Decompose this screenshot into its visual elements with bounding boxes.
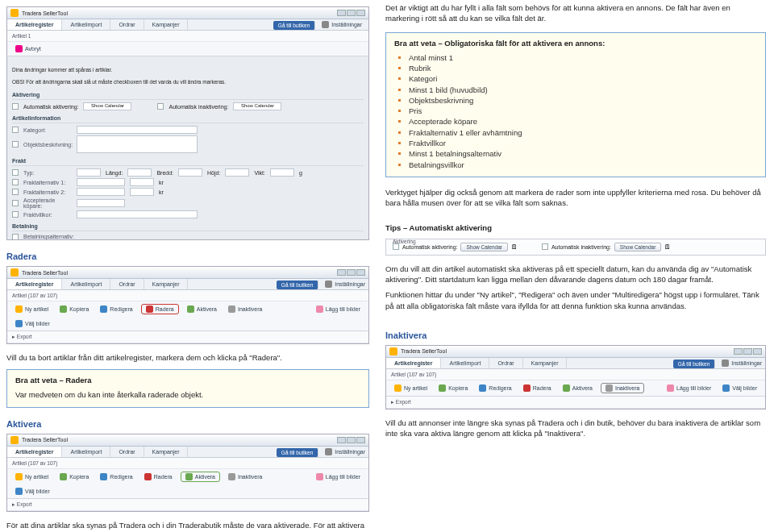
settings-link[interactable]: Inställningar [322, 279, 368, 289]
go-to-shop-button[interactable]: Gå till butiken [673, 360, 715, 368]
tab-ordrar[interactable]: Ordrar [110, 19, 144, 30]
tab-kampanjer[interactable]: Kampanjer [144, 279, 189, 289]
input-vikt[interactable] [270, 168, 294, 177]
tips-title: Tips – Automatiskt aktivering [385, 223, 492, 232]
edit-button[interactable]: Redigera [476, 384, 514, 393]
select-images-button[interactable]: Välj bilder [12, 487, 53, 496]
input-fraktvillkor[interactable] [77, 210, 198, 218]
list-item: Fraktvillkor [409, 138, 757, 148]
checkbox[interactable] [12, 189, 19, 195]
copy-button[interactable]: Kopiera [56, 305, 92, 314]
checkbox[interactable] [12, 200, 19, 206]
input-typ[interactable] [77, 168, 101, 177]
app-logo [10, 9, 19, 17]
x-icon [144, 473, 152, 480]
input-alt1-price[interactable] [130, 178, 154, 186]
show-calendar-button[interactable]: Show Calendar [460, 243, 507, 251]
edit-button[interactable]: Redigera [97, 305, 135, 314]
tab-artikelregister[interactable]: Artikelregister [386, 358, 441, 368]
tab-ordrar[interactable]: Ordrar [489, 358, 522, 368]
back-button[interactable]: Avbryt [12, 44, 44, 53]
app-logo [10, 436, 19, 444]
deactivate-button[interactable]: Inaktivera [225, 472, 265, 481]
copy-button[interactable]: Kopiera [435, 384, 471, 393]
copy-button[interactable]: Kopiera [56, 472, 92, 481]
link-icon [722, 384, 730, 392]
checkbox[interactable] [12, 141, 19, 148]
checkbox-auto-deactivate[interactable] [542, 243, 548, 250]
edit-note-1: Dina ändringar kommer att spåras i artik… [12, 66, 364, 73]
delete-button[interactable]: Radera [141, 472, 176, 481]
input-alt1[interactable] [77, 178, 125, 186]
add-images-button[interactable]: Lägg till bilder [313, 305, 364, 314]
label-fraktvillkor: Fraktvillkor: [23, 212, 72, 218]
tab-artikelimport[interactable]: Artikelimport [62, 447, 110, 457]
input-bredd[interactable] [178, 168, 202, 177]
deactivate-button[interactable]: Inaktivera [601, 383, 644, 393]
screenshot-inaktivera: Tradera SellerTool Artikelregister Artik… [385, 345, 766, 409]
show-calendar-button[interactable]: Show Calendar [614, 243, 661, 251]
checkbox[interactable] [12, 179, 19, 185]
checkbox-auto-activate[interactable] [393, 243, 399, 250]
add-images-button[interactable]: Lägg till bilder [313, 472, 364, 481]
window-min-icon [337, 269, 346, 276]
aktivera-body: För att dina artiklar ska synas på Trade… [6, 520, 369, 532]
label-auto-deactivate: Automatisk inaktivering: [551, 244, 611, 250]
go-to-shop-button[interactable]: Gå till butiken [277, 448, 318, 457]
settings-link[interactable]: Inställningar [718, 358, 765, 368]
checkbox[interactable] [157, 103, 164, 110]
list-item: Fraktalternativ 1 eller avhämtning [409, 127, 757, 138]
tab-kampanjer[interactable]: Kampanjer [144, 447, 189, 457]
checkbox[interactable] [12, 127, 19, 133]
settings-link[interactable]: Inställningar [318, 19, 365, 30]
tab-artikelregister[interactable]: Artikelregister [7, 447, 62, 457]
activate-button[interactable]: Aktivera [560, 384, 596, 393]
tab-kampanjer[interactable]: Kampanjer [144, 19, 189, 30]
tab-artikelregister[interactable]: Artikelregister [7, 279, 62, 289]
tab-artikelimport[interactable]: Artikelimport [62, 19, 110, 30]
go-to-shop-button[interactable]: Gå till butiken [277, 281, 318, 289]
delete-button[interactable]: Radera [520, 384, 555, 393]
go-to-shop-button[interactable]: Gå till butiken [273, 21, 315, 30]
input-alt2-price[interactable] [130, 188, 154, 196]
input-alt2[interactable] [77, 188, 125, 196]
tab-kampanjer[interactable]: Kampanjer [523, 358, 568, 368]
new-article-button[interactable]: Ny artikel [391, 384, 431, 393]
delete-button[interactable]: Radera [141, 304, 179, 314]
input-langd[interactable] [127, 168, 152, 177]
export-link[interactable]: ▸ Export [7, 331, 368, 343]
export-link[interactable]: ▸ Export [7, 499, 368, 511]
new-article-button[interactable]: Ny artikel [12, 305, 52, 314]
check-icon [563, 384, 570, 392]
checkbox[interactable] [12, 211, 19, 218]
checkbox[interactable] [12, 234, 19, 240]
settings-label: Inställningar [331, 22, 362, 27]
select-images-button[interactable]: Välj bilder [719, 384, 760, 393]
label-vikt: Vikt: [254, 170, 265, 176]
deactivate-button[interactable]: Inaktivera [225, 305, 265, 314]
select-images-button[interactable]: Välj bilder [12, 319, 53, 328]
activate-button[interactable]: Aktivera [184, 305, 220, 314]
tab-ordrar[interactable]: Ordrar [110, 279, 144, 289]
new-article-button[interactable]: Ny artikel [12, 472, 52, 481]
input-kopare[interactable] [77, 199, 125, 207]
copy-icon [60, 305, 67, 313]
tab-artikelregister[interactable]: Artikelregister [7, 19, 62, 30]
label-auto-activate: Automatisk aktivering: [23, 104, 78, 110]
checkbox[interactable] [12, 103, 19, 110]
tab-artikelimport[interactable]: Artikelimport [441, 358, 489, 368]
checkbox[interactable] [12, 169, 19, 176]
input-hojd[interactable] [225, 168, 249, 177]
tab-artikelimport[interactable]: Artikelimport [62, 279, 110, 289]
settings-link[interactable]: Inställningar [322, 447, 368, 457]
app-title: Tradera SellerTool [22, 10, 68, 16]
input-kategori[interactable] [77, 126, 198, 134]
add-images-button[interactable]: Lägg till bilder [664, 384, 714, 393]
edit-button[interactable]: Redigera [97, 472, 135, 481]
tab-ordrar[interactable]: Ordrar [110, 447, 144, 457]
auto-deactivate-btn[interactable]: Show Calendar [233, 102, 281, 110]
input-beskrivning[interactable] [77, 135, 198, 153]
auto-activate-btn[interactable]: Show Calendar [83, 102, 131, 110]
export-link[interactable]: ▸ Export [386, 397, 765, 409]
activate-button[interactable]: Aktivera [181, 472, 220, 482]
